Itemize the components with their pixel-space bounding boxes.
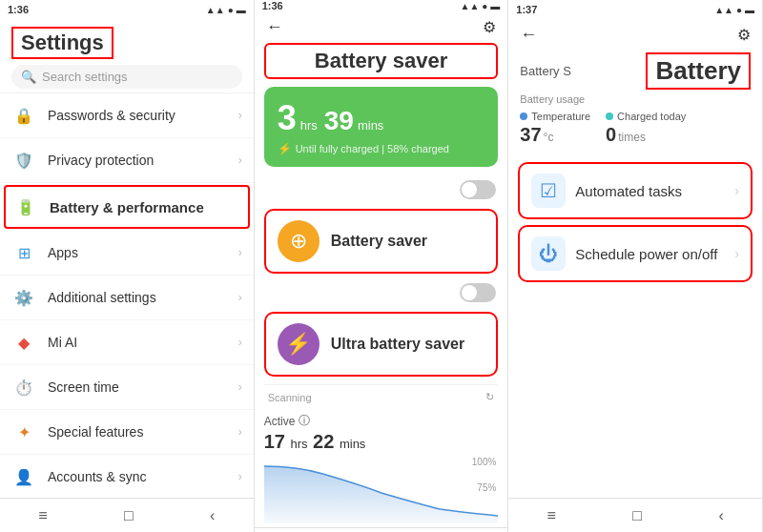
info-icon: ⓘ xyxy=(299,413,310,429)
accounts-arrow: › xyxy=(238,470,242,483)
battery-header-left: Battery S xyxy=(520,64,570,78)
chart-svg xyxy=(264,457,499,523)
battery-label: Battery & performance xyxy=(50,199,240,215)
toggle-knob-2 xyxy=(462,285,477,300)
nav-menu-3[interactable]: ≡ xyxy=(534,501,569,530)
back-button-2[interactable]: ← xyxy=(266,17,283,37)
schedule-icon: ⏻ xyxy=(531,236,566,271)
wifi-icon: ● xyxy=(228,5,234,15)
battery-time-card: 3 hrs 39 mins ⚡ Until fully charged | 58… xyxy=(264,87,499,167)
settings-item-accounts[interactable]: 👤 Accounts & sync › xyxy=(0,455,254,498)
temperature-stat: Temperature 37 °c xyxy=(520,111,590,146)
ultra-saver-label: Ultra battery saver xyxy=(331,336,465,353)
screentime-arrow: › xyxy=(238,380,242,394)
battery-hrs-label: hrs xyxy=(300,118,318,133)
wifi-icon-2: ● xyxy=(482,1,487,11)
charged-value-row: 0 times xyxy=(606,124,686,146)
miai-label: Mi AI xyxy=(48,335,227,350)
schedule-label: Schedule power on/off xyxy=(575,246,717,262)
battery-saver-option[interactable]: ⊕ Battery saver xyxy=(264,209,499,274)
toggle-row-1 xyxy=(255,174,508,205)
nav-menu-2[interactable]: ≡ xyxy=(279,528,315,532)
nav-home-1[interactable]: □ xyxy=(111,501,147,530)
privacy-icon: 🛡️ xyxy=(11,148,36,173)
bolt-icon: ⚡ xyxy=(278,142,292,155)
signal-icon-2: ▲▲ xyxy=(461,1,480,11)
screentime-icon: ⏱️ xyxy=(11,375,36,399)
schedule-power-card[interactable]: ⏻ Schedule power on/off › xyxy=(518,225,753,282)
status-bar-3: 1:37 ▲▲ ● ▬ xyxy=(508,0,762,19)
back-button-3[interactable]: ← xyxy=(520,25,537,45)
additional-label: Additional settings xyxy=(48,290,227,305)
battery-icon: ▬ xyxy=(237,5,246,15)
status-icons-2: ▲▲ ● ▬ xyxy=(461,1,501,11)
status-bar-1: 1:36 ▲▲ ● ▬ xyxy=(0,0,254,19)
settings-item-battery[interactable]: 🔋 Battery & performance xyxy=(4,185,250,229)
nav-back-3[interactable]: ‹ xyxy=(705,501,736,530)
miai-arrow: › xyxy=(238,336,242,349)
search-bar[interactable]: 🔍 Search settings xyxy=(11,65,242,89)
battery-saver-panel: 1:36 ▲▲ ● ▬ ← ⚙ Battery saver 3 hrs 39 m… xyxy=(255,0,509,532)
settings-item-screentime[interactable]: ⏱️ Screen time › xyxy=(0,365,254,410)
charged-unit: times xyxy=(618,131,646,144)
miai-icon: ◆ xyxy=(11,330,36,355)
active-mins: 22 xyxy=(313,431,334,452)
nav-home-3[interactable]: □ xyxy=(619,501,655,530)
settings-item-additional[interactable]: ⚙️ Additional settings › xyxy=(0,276,254,320)
toggle-knob-1 xyxy=(462,182,477,197)
settings-item-miai[interactable]: ◆ Mi AI › xyxy=(0,320,254,365)
search-placeholder: Search settings xyxy=(42,70,128,84)
nav-home-2[interactable]: □ xyxy=(365,528,402,532)
scan-label: Scanning ↻ xyxy=(264,389,499,405)
charged-dot xyxy=(606,113,613,120)
settings-item-special[interactable]: ✦ Special features › xyxy=(0,410,254,455)
panel3-header: ← ⚙ xyxy=(508,19,762,51)
privacy-arrow: › xyxy=(238,153,242,167)
settings-item-passwords[interactable]: 🔒 Passwords & security › xyxy=(0,93,254,138)
automated-tasks-card[interactable]: ☑ Automated tasks › xyxy=(518,162,753,219)
battery-toggle-1[interactable] xyxy=(460,180,496,199)
settings-item-apps[interactable]: ⊞ Apps › xyxy=(0,231,254,276)
battery-big-title: Battery xyxy=(646,52,751,90)
passwords-icon: 🔒 xyxy=(11,103,36,128)
charged-indicator: Charged today xyxy=(606,111,686,122)
status-bar-2: 1:36 ▲▲ ● ▬ xyxy=(255,0,508,11)
nav-menu-1[interactable]: ≡ xyxy=(25,501,60,530)
privacy-label: Privacy protection xyxy=(48,153,227,168)
settings-gear-3[interactable]: ⚙ xyxy=(737,26,751,44)
wifi-icon-3: ● xyxy=(736,5,742,15)
automated-arrow: › xyxy=(734,183,739,198)
battery-mins-label: mins xyxy=(358,118,383,133)
bottom-nav-1: ≡ □ ‹ xyxy=(0,498,254,532)
battery-details-panel: 1:37 ▲▲ ● ▬ ← ⚙ Battery S Battery Batter… xyxy=(508,0,763,532)
passwords-label: Passwords & security xyxy=(48,108,227,123)
time-2: 1:36 xyxy=(262,0,283,11)
automated-left: ☑ Automated tasks xyxy=(531,174,682,208)
automated-icon: ☑ xyxy=(531,174,566,208)
active-mins-label: mins xyxy=(340,437,365,451)
active-hrs: hrs xyxy=(290,437,307,451)
charged-label: Charged today xyxy=(617,111,686,122)
screentime-label: Screen time xyxy=(48,379,227,395)
settings-gear-2[interactable]: ⚙ xyxy=(483,18,496,36)
settings-panel: 1:36 ▲▲ ● ▬ Settings 🔍 Search settings 🔒… xyxy=(0,0,255,532)
bottom-nav-3: ≡ □ ‹ xyxy=(508,498,762,532)
battery-saver-label: Battery saver xyxy=(331,233,427,250)
charged-stat: Charged today 0 times xyxy=(606,111,686,146)
time-1: 1:36 xyxy=(8,4,29,15)
ultra-saver-icon: ⚡ xyxy=(278,323,320,365)
ultra-saver-option[interactable]: ⚡ Ultra battery saver xyxy=(264,312,499,377)
charged-value: 0 xyxy=(606,124,616,146)
scan-refresh-icon[interactable]: ↻ xyxy=(485,391,494,403)
scan-text: Scanning xyxy=(268,392,312,403)
battery-toggle-2[interactable] xyxy=(460,283,496,302)
temp-value-row: 37 °c xyxy=(520,124,590,146)
battery-subtitle: ⚡ Until fully charged | 58% charged xyxy=(278,142,485,155)
nav-back-1[interactable]: ‹ xyxy=(196,501,228,530)
battery-subtitle-text: Until fully charged | 58% charged xyxy=(296,143,449,154)
settings-item-privacy[interactable]: 🛡️ Privacy protection › xyxy=(0,138,254,183)
time-3: 1:37 xyxy=(516,4,537,15)
settings-title: Settings xyxy=(11,27,113,59)
nav-back-2[interactable]: ‹ xyxy=(451,528,483,532)
battery-chart: 100% 75% xyxy=(264,457,499,523)
